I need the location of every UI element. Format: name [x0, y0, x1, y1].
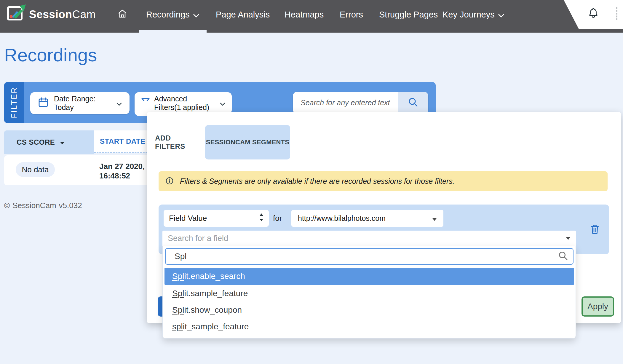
nav-item-label: Page Analysis: [216, 10, 270, 20]
option-match-text: Spl: [172, 305, 184, 315]
copyright-symbol: ©: [4, 201, 10, 210]
option-rest-text: it.enable_search: [184, 272, 245, 281]
filter-side-tab-label: FILTER: [9, 87, 19, 118]
filter-side-tab[interactable]: FILTER: [4, 82, 24, 123]
sessioncam-logo-icon[interactable]: [7, 4, 26, 23]
field-options-popup: Split.enable_search Split.sample_feature…: [162, 246, 576, 339]
field-search-placeholder: Search for a field: [168, 234, 228, 243]
text-search-box: [293, 92, 428, 114]
site-select-value: http://www.bilalphotos.com: [298, 214, 386, 223]
sort-desc-icon: [60, 138, 65, 146]
select-spinner-icon: [259, 213, 263, 223]
tab-sessioncam-segments[interactable]: SESSIONCAM SEGMENTS: [205, 125, 290, 159]
nav-home-button[interactable]: [117, 0, 127, 29]
column-header-label: START DATE: [100, 137, 145, 146]
version-footer: © SessionCam v5.032: [4, 201, 82, 210]
chevron-down-icon: [220, 99, 225, 108]
nav-item-label: Heatmaps: [285, 10, 324, 20]
active-tab-indicator: [139, 30, 207, 33]
connector-label: for: [273, 210, 282, 227]
brand-name-light: Cam: [72, 8, 96, 21]
page-title: Recordings: [4, 44, 97, 66]
top-navbar: SessionCam Recordings Page Analysis Heat…: [0, 0, 623, 33]
option-rest-text: it.show_coupon: [184, 305, 242, 315]
nav-item-label: Recordings: [146, 10, 190, 20]
trash-icon[interactable]: [590, 224, 599, 236]
chevron-down-icon: [498, 10, 504, 20]
search-icon: [558, 251, 568, 262]
nav-item-key-journeys[interactable]: Key Journeys: [443, 0, 504, 29]
option-rest-text: it.sample_feature: [184, 289, 248, 298]
tab-add-filters[interactable]: ADD FILTERS: [155, 127, 199, 157]
field-option[interactable]: split_sample_feature: [164, 318, 574, 335]
date-range-label: Date Range: Today: [54, 95, 111, 112]
home-icon: [117, 9, 127, 20]
option-match-text: Spl: [172, 272, 184, 281]
info-banner: Filters & Segments are only available if…: [159, 171, 608, 191]
field-option[interactable]: Split.sample_feature: [164, 285, 574, 302]
tab-label: SESSIONCAM SEGMENTS: [206, 138, 289, 146]
column-header-label: CS SCORE: [17, 138, 55, 146]
advanced-filters-label: Advanced Filters(1 applied): [154, 95, 216, 112]
nav-item-heatmaps[interactable]: Heatmaps: [285, 0, 324, 29]
tab-label: ADD FILTERS: [155, 134, 199, 151]
search-submit-button[interactable]: [398, 92, 428, 114]
brand-name-bold: Session: [29, 8, 72, 21]
field-search-select[interactable]: Search for a field: [162, 231, 576, 246]
nav-item-page-analysis[interactable]: Page Analysis: [216, 0, 270, 29]
recordings-page: SessionCam Recordings Page Analysis Heat…: [0, 0, 623, 364]
nav-item-errors[interactable]: Errors: [340, 0, 363, 29]
field-search-input[interactable]: [174, 251, 558, 261]
nav-item-label: Errors: [340, 10, 363, 20]
info-icon: [166, 177, 173, 186]
nav-item-recordings[interactable]: Recordings: [146, 0, 199, 29]
column-header-start-date[interactable]: START DATE: [94, 130, 147, 153]
nav-item-label: Key Journeys: [443, 10, 495, 20]
kebab-menu-icon[interactable]: [616, 7, 617, 20]
dropdown-arrow-icon: [432, 214, 437, 223]
field-option[interactable]: Split.show_coupon: [164, 301, 574, 319]
field-option-selected[interactable]: Split.enable_search: [164, 268, 574, 285]
text-search-input[interactable]: [300, 92, 398, 114]
dropdown-arrow-icon: [566, 236, 571, 241]
nav-item-label: Struggle Pages: [379, 10, 438, 20]
start-date-line2: 16:48:52: [99, 171, 145, 181]
start-date-line1: Jan 27 2020,: [99, 162, 145, 171]
apply-button[interactable]: Apply: [582, 296, 614, 317]
calendar-icon: [38, 97, 49, 109]
notifications-bell-icon[interactable]: [589, 8, 598, 20]
brand-name[interactable]: SessionCam: [29, 0, 96, 29]
option-rest-text: it_sample_feature: [183, 322, 249, 331]
chevron-down-icon: [193, 10, 199, 20]
date-range-button[interactable]: Date Range: Today: [30, 92, 130, 114]
chevron-down-icon: [116, 99, 122, 108]
field-type-select[interactable]: Field Value: [164, 210, 269, 227]
field-search-box: [165, 248, 574, 265]
nav-item-struggle-pages[interactable]: Struggle Pages: [379, 0, 438, 29]
search-icon: [408, 97, 418, 109]
option-match-text: spl: [172, 322, 183, 331]
info-banner-text: Filters & Segments are only available if…: [180, 177, 455, 186]
option-match-text: Spl: [172, 289, 184, 298]
sessioncam-footer-link[interactable]: SessionCam: [12, 201, 56, 210]
field-type-value: Field Value: [169, 214, 207, 223]
start-date-value: Jan 27 2020, 16:48:52: [99, 162, 145, 181]
site-select[interactable]: http://www.bilalphotos.com: [291, 210, 443, 227]
version-number: v5.032: [59, 201, 82, 210]
cs-score-badge: No data: [16, 162, 55, 177]
column-header-cs-score[interactable]: CS SCORE: [4, 130, 94, 154]
